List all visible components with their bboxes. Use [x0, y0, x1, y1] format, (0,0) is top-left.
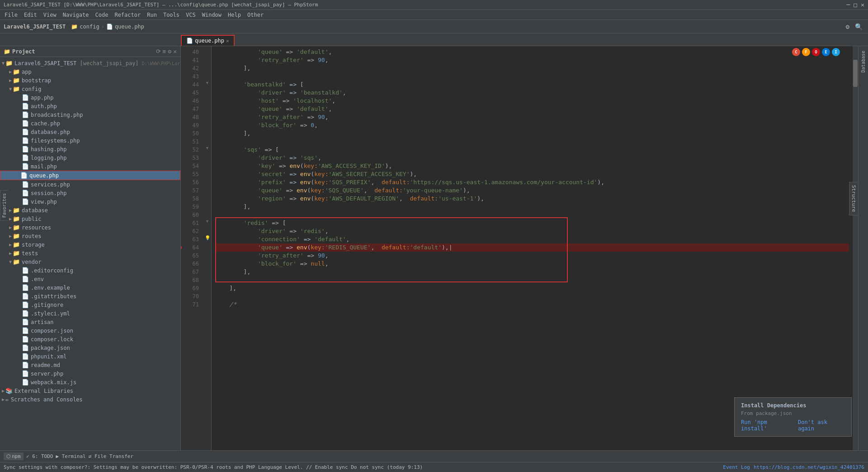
tree-item-storage[interactable]: ▶ 📁 storage	[0, 240, 180, 249]
sidebar-sync-icon[interactable]: ⟳	[156, 48, 161, 55]
opera-icon[interactable]: O	[812, 48, 820, 56]
structure-tab[interactable]: Structure	[849, 182, 858, 215]
json-icon-package: 📄	[22, 344, 29, 351]
tab-queue-php[interactable]: 📄 queue.php ✕	[181, 35, 235, 46]
tree-item-auth-php[interactable]: 📄 auth.php	[0, 102, 180, 110]
bottom-tab-npm[interactable]: ⬡ npm	[4, 453, 24, 460]
firefox-icon[interactable]: F	[802, 48, 810, 56]
tree-item-styleci[interactable]: 📄 .styleci.yml	[0, 309, 180, 318]
menu-vcs[interactable]: VCS	[183, 11, 198, 19]
menu-view[interactable]: View	[41, 11, 59, 19]
tree-item-env[interactable]: 📄 .env	[0, 275, 180, 283]
sidebar-settings-icon[interactable]: ⚙	[168, 48, 171, 55]
tree-item-app-php[interactable]: 📄 app.php	[0, 93, 180, 102]
tree-item-hashing-php[interactable]: 📄 hashing.php	[0, 145, 180, 153]
sidebar-collapse-icon[interactable]: ≡	[163, 48, 166, 55]
tree-item-filesystems-php[interactable]: 📄 filesystems.php	[0, 136, 180, 145]
breadcrumb-folder[interactable]: 📁	[71, 24, 78, 30]
tree-item-database-php[interactable]: 📄 database.php	[0, 128, 180, 136]
ie-icon[interactable]: I	[832, 48, 840, 56]
tree-item-queue-php[interactable]: 📄 queue.php	[0, 171, 180, 180]
database-tab[interactable]: Database	[860, 49, 867, 74]
tree-item-webpack-mix-js[interactable]: 📄 webpack.mix.js	[0, 378, 180, 386]
tree-item-tests[interactable]: ▶ 📁 tests	[0, 249, 180, 257]
menu-navigate[interactable]: Navigate	[60, 11, 92, 19]
tree-item-session-php[interactable]: 📄 session.php	[0, 189, 180, 197]
gutter-redis-fold[interactable]: ▼	[203, 217, 211, 225]
vertical-scrollbar[interactable]	[853, 46, 858, 450]
tree-item-external-libraries[interactable]: ▶ 📚 External Libraries	[0, 386, 180, 395]
folder-icon-resources: 📁	[13, 224, 20, 231]
gutter-sqs-fold[interactable]: ▼	[203, 144, 211, 152]
favorites-tab[interactable]: Favorites	[0, 190, 8, 221]
tree-item-broadcasting-php[interactable]: 📄 broadcasting.php	[0, 110, 180, 119]
tab-close-icon[interactable]: ✕	[226, 38, 229, 44]
tree-item-root[interactable]: ▼ 📁 Laravel6_JSAPI_TEST [wechat_jsapi_pa…	[0, 59, 180, 67]
status-url[interactable]: https://blog.csdn.net/wgixin_42401376	[754, 464, 864, 470]
tree-item-logging-php[interactable]: 📄 logging.php	[0, 153, 180, 162]
tree-item-scratches-consoles[interactable]: ▶ ✏ Scratches and Consoles	[0, 395, 180, 404]
menu-other[interactable]: Other	[245, 11, 266, 19]
minimize-button[interactable]: ─	[847, 1, 850, 8]
menu-edit[interactable]: Edit	[21, 11, 40, 19]
tree-item-config[interactable]: ▼ 📁 config	[0, 85, 180, 93]
menu-tools[interactable]: Tools	[160, 11, 182, 19]
tree-arrow: ▼	[2, 61, 5, 66]
menu-help[interactable]: Help	[225, 11, 244, 19]
tree-item-mail-php[interactable]: 📄 mail.php	[0, 162, 180, 171]
tree-item-package-json[interactable]: 📄 package.json	[0, 343, 180, 352]
tree-item-app[interactable]: ▶ 📁 app	[0, 67, 180, 76]
file-transfer-badge[interactable]: ⇄ File Transfer	[89, 453, 133, 459]
tree-item-vendor[interactable]: ▼ 📁 vendor	[0, 257, 180, 266]
menu-window[interactable]: Window	[199, 11, 224, 19]
tab-icon: 📄	[186, 38, 193, 44]
notification-run-action[interactable]: Run 'npm install'	[741, 419, 794, 432]
tree-item-public[interactable]: ▶ 📁 public	[0, 215, 180, 223]
tree-item-gitignore[interactable]: 📄 .gitignore	[0, 300, 180, 309]
tree-item-phpunit-xml[interactable]: 📄 phpunit.xml	[0, 352, 180, 361]
tree-item-server-php[interactable]: 📄 server.php	[0, 369, 180, 378]
full-body: 📄 queue.php ✕ 📁 Project ⟳ ≡ ⚙ ✕ ▼	[0, 33, 868, 472]
tree-item-cache-php[interactable]: 📄 cache.php	[0, 119, 180, 128]
maximize-button[interactable]: □	[854, 1, 857, 8]
tree-label-composer-lock: composer.lock	[31, 336, 73, 343]
ln-41: 41	[181, 56, 201, 64]
tree-item-gitattributes[interactable]: 📄 .gitattributes	[0, 292, 180, 300]
menu-code[interactable]: Code	[93, 11, 111, 19]
chrome-icon[interactable]: C	[792, 48, 800, 56]
php-icon-view: 📄	[22, 198, 29, 205]
tree-item-view-php[interactable]: 📄 view.php	[0, 197, 180, 206]
php-icon-app: 📄	[22, 94, 29, 101]
tree-item-artisan[interactable]: 📄 artisan	[0, 318, 180, 326]
tree-item-services-php[interactable]: 📄 services.php	[0, 180, 180, 189]
tree-item-env-example[interactable]: 📄 .env.example	[0, 283, 180, 292]
toolbar-settings-icon[interactable]: ⚙	[844, 22, 851, 31]
window-controls[interactable]: ─ □ ✕	[847, 1, 864, 8]
tree-item-readme-md[interactable]: 📄 readme.md	[0, 361, 180, 369]
tree-item-resources[interactable]: ▶ 📁 resources	[0, 223, 180, 232]
menu-run[interactable]: Run	[144, 11, 160, 19]
sidebar-hide-icon[interactable]: ✕	[173, 48, 177, 55]
toolbar-search-icon[interactable]: 🔍	[853, 22, 864, 31]
code-editor[interactable]: 'queue' => 'default', 'retry_after' => 9…	[212, 46, 853, 450]
tree-item-bootstrap[interactable]: ▶ 📁 bootstrap	[0, 76, 180, 85]
terminal-badge[interactable]: ▶ Terminal	[56, 453, 85, 459]
menu-file[interactable]: File	[2, 11, 20, 19]
ln-46: 46	[181, 97, 201, 105]
gutter-beanstalkd-fold[interactable]: ▼	[203, 79, 211, 87]
menu-refactor[interactable]: Refactor	[112, 11, 143, 19]
close-button[interactable]: ✕	[861, 1, 864, 8]
tree-item-database[interactable]: ▶ 📁 database	[0, 206, 180, 215]
todo-badge[interactable]: ✓ 6: TODO	[26, 453, 53, 459]
tree-item-composer-lock[interactable]: 📄 composer.lock	[0, 335, 180, 343]
edge-icon[interactable]: E	[822, 48, 830, 56]
notification-dismiss-action[interactable]: Don't ask again	[798, 419, 845, 432]
tree-label-bootstrap: bootstrap	[22, 77, 51, 84]
ln-57: 57	[181, 186, 201, 195]
tree-item-composer-json[interactable]: 📄 composer.json	[0, 326, 180, 335]
breadcrumb-file-label[interactable]: queue.php	[115, 24, 144, 30]
breadcrumb-folder-label[interactable]: config	[80, 24, 99, 30]
tree-item-routes[interactable]: ▶ 📁 routes	[0, 232, 180, 240]
event-log-link[interactable]: Event Log	[723, 464, 750, 470]
tree-item-editorconfig[interactable]: 📄 .editorconfig	[0, 266, 180, 275]
